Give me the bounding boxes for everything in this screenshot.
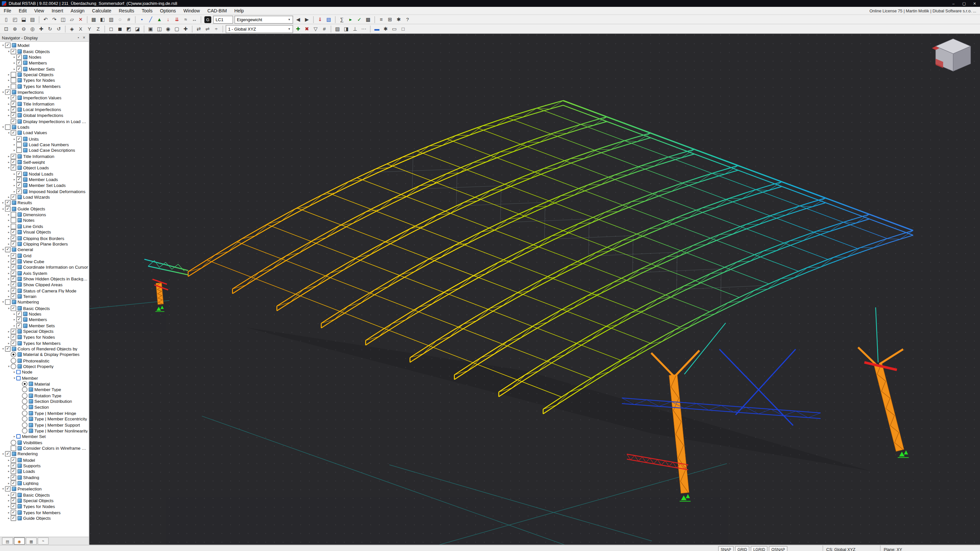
expand-arrow-icon[interactable]: ▸	[7, 458, 11, 461]
menu-cad-bim[interactable]: CAD-BIM	[204, 8, 231, 13]
expand-arrow-icon[interactable]: ▸	[7, 254, 11, 257]
expand-arrow-icon[interactable]: ▸	[7, 493, 11, 497]
divide-member-icon[interactable]: ÷	[212, 25, 220, 33]
expand-arrow-icon[interactable]: ▸	[7, 102, 11, 105]
solid-display-icon[interactable]: ◼	[116, 25, 124, 33]
expand-arrow-icon[interactable]: ▸	[7, 278, 11, 281]
save-model-icon[interactable]: ⬓	[19, 16, 28, 23]
menu-view[interactable]: View	[30, 8, 48, 13]
snap-toggle[interactable]: SNAP	[718, 546, 734, 551]
expand-arrow-icon[interactable]: ▸	[7, 272, 11, 275]
visibility-checkbox[interactable]	[11, 468, 16, 474]
visibility-checkbox[interactable]	[11, 107, 16, 112]
visibility-checkbox[interactable]	[11, 165, 16, 171]
tree-item-rotation-type[interactable]: Rotation Type	[0, 393, 89, 399]
tree-item-types-for-members[interactable]: ▸Types for Members	[0, 340, 89, 346]
copy-icon[interactable]: ◫	[59, 16, 67, 23]
printout-report-icon[interactable]: ≡	[377, 16, 385, 23]
tree-item-types-for-nodes[interactable]: ▸Types for Nodes	[0, 504, 89, 510]
tree-item-coordinate-information-on-cursor[interactable]: ▸Coordinate Information on Cursor	[0, 264, 89, 270]
expand-arrow-icon[interactable]: ▸	[7, 230, 11, 234]
visibility-checkbox[interactable]	[11, 294, 16, 299]
visibility-checkbox[interactable]	[11, 270, 16, 276]
expand-arrow-icon[interactable]: ▸	[7, 330, 11, 333]
zoom-all-icon[interactable]: ◎	[29, 25, 37, 33]
expand-arrow-icon[interactable]: ▸	[13, 318, 16, 321]
tree-item-preselection[interactable]: ▾Preselection	[0, 486, 89, 492]
show-loads-icon[interactable]: ⇓	[316, 16, 324, 23]
tree-item-visibilities[interactable]: Visibilities	[0, 439, 89, 445]
load-case-number-box[interactable]: LC1	[213, 15, 233, 24]
option-radio[interactable]	[22, 381, 27, 387]
tree-item-show-hidden-objects-in-backgro[interactable]: ▸Show Hidden Objects in Backgro...	[0, 276, 89, 282]
visibility-checkbox[interactable]	[11, 241, 16, 246]
expand-arrow-icon[interactable]: ▸	[7, 160, 11, 164]
visibility-checkbox[interactable]	[5, 124, 10, 130]
new-model-icon[interactable]: ▯	[2, 16, 10, 23]
visibility-checkbox[interactable]	[5, 451, 10, 457]
clipping-plane-icon[interactable]: ◫	[155, 25, 164, 33]
expand-arrow-icon[interactable]: ▾	[1, 208, 5, 211]
tree-item-member-type[interactable]: Member Type	[0, 387, 89, 393]
option-radio[interactable]	[22, 416, 27, 422]
new-member-load-icon[interactable]: ⇊	[173, 16, 181, 23]
results-tab[interactable]: ≈	[37, 537, 49, 545]
expand-arrow-icon[interactable]: ▸	[7, 511, 11, 514]
dock-pin-icon[interactable]: ▪	[76, 35, 81, 40]
expand-arrow-icon[interactable]: ▸	[13, 178, 16, 181]
tree-item-load-case-descriptions[interactable]: ▸Load Case Descriptions	[0, 148, 89, 153]
background-icon[interactable]: ◨	[342, 25, 350, 33]
tree-item-members[interactable]: ▸Members	[0, 317, 89, 323]
expand-arrow-icon[interactable]: ▸	[13, 67, 16, 70]
expand-arrow-icon[interactable]: ▾	[1, 348, 5, 351]
visibility-checkbox[interactable]	[16, 323, 22, 328]
tree-item-display-imperfections-in-load-cas[interactable]: Display Imperfections in Load Cas...	[0, 118, 89, 124]
expand-arrow-icon[interactable]: ▸	[7, 108, 11, 111]
tree-item-show-clipped-areas[interactable]: ▸Show Clipped Areas	[0, 282, 89, 287]
expand-arrow-icon[interactable]: ▸	[13, 56, 16, 59]
option-radio[interactable]	[11, 352, 16, 357]
tree-item-title-information[interactable]: ▸Title Information	[0, 101, 89, 107]
visibility-checkbox[interactable]	[16, 136, 22, 142]
visibility-checkbox[interactable]	[11, 113, 16, 118]
visibility-checkbox[interactable]	[5, 247, 10, 252]
expand-arrow-icon[interactable]: ▸	[7, 283, 11, 287]
show-results-icon[interactable]: ▧	[325, 16, 333, 23]
tree-item-members[interactable]: ▸Members	[0, 60, 89, 66]
find-icon[interactable]: ◌	[116, 16, 124, 23]
expand-arrow-icon[interactable]: ▸	[7, 505, 11, 508]
tree-item-types-for-nodes[interactable]: ▸Types for Nodes	[0, 335, 89, 340]
visibility-checkbox[interactable]	[11, 329, 16, 334]
tree-item-consider-colors-in-wireframe-mo[interactable]: Consider Colors in Wireframe Mo...	[0, 445, 89, 451]
expand-arrow-icon[interactable]: ▾	[7, 50, 11, 53]
previous-load-case-icon[interactable]: ◀	[294, 16, 302, 23]
tree-item-object-property[interactable]: ▾Object Property	[0, 364, 89, 369]
visibility-checkbox[interactable]	[11, 101, 16, 106]
load-case-combobox[interactable]: Eigengewicht▼	[234, 15, 293, 24]
tree-item-view-cube[interactable]: ▸View Cube	[0, 259, 89, 264]
expand-arrow-icon[interactable]: ▸	[7, 155, 11, 158]
tree-item-terrain[interactable]: ▸Terrain	[0, 294, 89, 299]
cancel-selection-icon[interactable]: ✖	[303, 25, 311, 33]
option-radio[interactable]	[22, 428, 27, 433]
tree-item-nodes[interactable]: ▸Nodes	[0, 54, 89, 60]
visibility-checkbox[interactable]	[11, 253, 16, 258]
visibility-checkbox[interactable]	[11, 83, 16, 89]
tree-item-rendering[interactable]: ▾Rendering	[0, 451, 89, 457]
expand-arrow-icon[interactable]: ▸	[13, 371, 16, 374]
expand-arrow-icon[interactable]: ▾	[1, 126, 5, 129]
tree-item-special-objects[interactable]: ▸Special Objects	[0, 498, 89, 504]
expand-arrow-icon[interactable]: ▸	[13, 184, 16, 187]
rotate-view-icon[interactable]: ↻	[46, 25, 54, 33]
visibility-checkbox[interactable]	[11, 335, 16, 340]
clipping-box-icon[interactable]: ▣	[146, 25, 155, 33]
tree-item-material[interactable]: Material	[0, 381, 89, 387]
tree-item-clipping-plane-borders[interactable]: ▸Clipping Plane Borders	[0, 241, 89, 247]
visibility-checkbox[interactable]	[16, 171, 22, 176]
tree-item-supports[interactable]: ▸Supports	[0, 463, 89, 468]
expand-arrow-icon[interactable]: ▸	[1, 202, 5, 205]
menu-help[interactable]: Help	[231, 8, 248, 13]
close-button[interactable]: ✕	[969, 0, 980, 7]
tree-item-local-imperfections[interactable]: ▸Local Imperfections	[0, 107, 89, 113]
dimension-icon[interactable]: ↔	[190, 16, 199, 23]
